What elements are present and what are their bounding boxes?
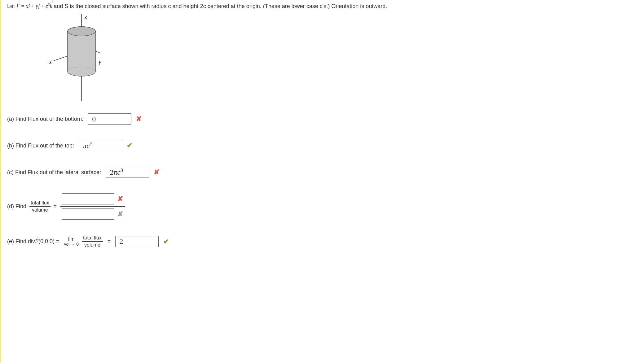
x-axis-label: x xyxy=(49,58,52,65)
z-axis-label: z xyxy=(84,14,87,20)
lim-top: lim xyxy=(68,236,74,242)
wrong-icon: ✘ xyxy=(117,195,123,203)
part-d-row: (d) Find total flux volume = ✘ ✘ xyxy=(7,193,628,220)
part-e-label: (e) Find divF→(0,0,0) = xyxy=(7,238,59,245)
part-e-prefix: (e) Find div xyxy=(7,238,35,244)
part-e-equals: = xyxy=(108,238,111,245)
lim-bottom: vol → 0 xyxy=(64,242,79,247)
part-e-limit-expression: lim vol → 0 total flux volume xyxy=(64,235,103,248)
part-a-label: (a) Find Flux out of the bottom: xyxy=(7,116,83,122)
part-e-fraction: total flux volume xyxy=(82,235,103,248)
vector-equation: F→ = xi→ + yj→ + z3k→ xyxy=(16,3,54,9)
part-d-numerator-input[interactable] xyxy=(62,193,114,204)
cylinder-figure: z x y xyxy=(38,14,112,101)
part-a-answer-input[interactable]: 0 xyxy=(88,113,131,125)
wrong-icon: ✘ xyxy=(154,168,159,176)
correct-icon: ✔ xyxy=(127,142,132,150)
gray-wrong-icon: ✘ xyxy=(117,210,123,218)
part-e-answer-input[interactable]: 2 xyxy=(115,236,159,247)
problem-prefix: Let xyxy=(7,3,16,9)
part-c-answer-input[interactable]: 2πc3 xyxy=(106,167,149,178)
limit-notation: lim vol → 0 xyxy=(64,236,79,247)
part-d-denominator-input[interactable] xyxy=(62,208,114,220)
problem-statement: Let F→ = xi→ + yj→ + z3k→ and S is the c… xyxy=(7,3,628,10)
frac-denominator-label: volume xyxy=(82,242,103,248)
frac-numerator-label: total flux xyxy=(29,200,51,207)
part-e-point: (0,0,0) = xyxy=(38,238,59,244)
part-d-label-prefix: (d) Find xyxy=(7,203,26,210)
part-d-fraction-label: total flux volume xyxy=(29,200,51,213)
fraction-line xyxy=(60,206,125,207)
part-d-answer-fraction: ✘ ✘ xyxy=(60,193,125,220)
part-b-answer-input[interactable]: πc5 xyxy=(79,140,122,151)
frac-denominator-label: volume xyxy=(29,207,51,213)
y-axis-label: y xyxy=(98,58,101,65)
part-a-row: (a) Find Flux out of the bottom: 0 ✘ xyxy=(7,113,628,125)
part-b-label: (b) Find Flux out of the top: xyxy=(7,143,74,149)
part-b-answer-math: πc5 xyxy=(83,142,92,150)
part-d-equals: = xyxy=(54,203,57,210)
wrong-icon: ✘ xyxy=(136,115,142,123)
part-b-row: (b) Find Flux out of the top: πc5 ✔ xyxy=(7,140,628,151)
correct-icon: ✔ xyxy=(163,238,169,246)
part-e-row: (e) Find divF→(0,0,0) = lim vol → 0 tota… xyxy=(7,235,628,248)
problem-suffix: and S is the closed surface shown with r… xyxy=(54,3,387,9)
part-c-row: (c) Find Flux out of the lateral surface… xyxy=(7,167,628,178)
frac-numerator-label: total flux xyxy=(82,235,103,242)
svg-rect-5 xyxy=(68,31,95,72)
part-c-label: (c) Find Flux out of the lateral surface… xyxy=(7,169,101,176)
svg-point-8 xyxy=(68,27,95,36)
part-c-answer-math: 2πc3 xyxy=(110,168,123,177)
